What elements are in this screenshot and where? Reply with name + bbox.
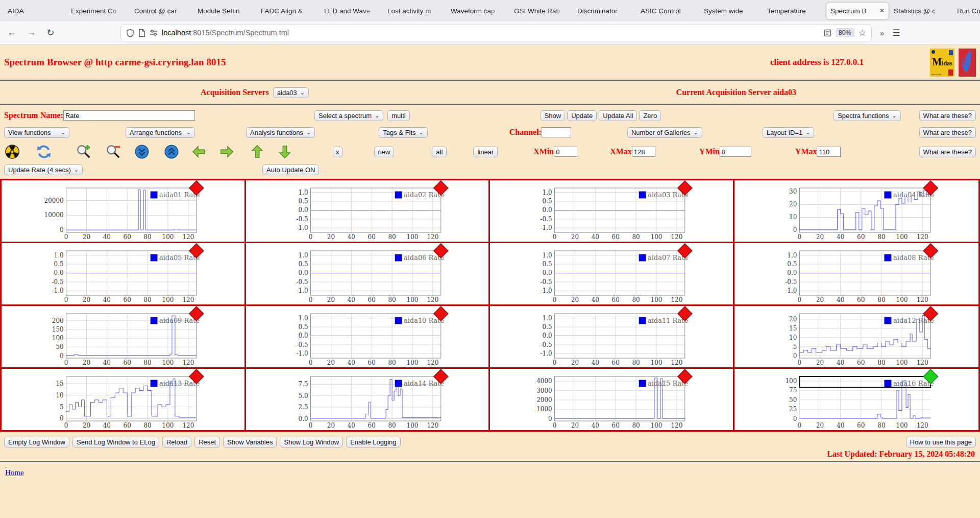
arrow-right-icon[interactable] [218, 144, 235, 160]
permissions-icon[interactable] [150, 29, 158, 36]
empty-log-window-button[interactable]: Empty Log Window [4, 437, 69, 448]
zero-button[interactable]: Zero [639, 110, 661, 121]
number-of-galleries-dropdown[interactable]: Number of Galleries [627, 127, 702, 138]
scroll-down-icon[interactable] [134, 144, 150, 160]
browser-tab-lost-activity-m[interactable]: Lost activity m [383, 3, 446, 19]
browser-tab-control-car[interactable]: Control @ car [130, 3, 192, 19]
bookmark-star-icon[interactable]: ☆ [859, 28, 866, 38]
svg-text:60: 60 [368, 422, 375, 429]
browser-tab-system-wide[interactable]: System wide [700, 3, 762, 19]
browser-tab-experiment-co[interactable]: Experiment Co [67, 3, 129, 19]
browser-tab-aida[interactable]: AIDA [4, 3, 66, 19]
menu-hamburger-icon[interactable]: ☰ [892, 28, 900, 38]
spectrum-name-input[interactable] [63, 110, 195, 121]
reload-button[interactable]: Reload [162, 437, 191, 448]
spectrum-cell-aida09[interactable]: 020406080100120050100150200aida09 Rate [2, 306, 246, 369]
browser-tab-spectrum-b[interactable]: Spectrum B✕ [826, 3, 889, 19]
back-button[interactable]: ← [6, 27, 17, 38]
update-all-button[interactable]: Update All [599, 110, 637, 121]
browser-tab-fadc-align[interactable]: FADC Align & [257, 3, 319, 19]
browser-tab-gsi-white-rab[interactable]: GSI White Rab [510, 3, 572, 19]
show-variables-button[interactable]: Show Variables [223, 437, 277, 448]
browser-tab-statistics-c[interactable]: Statistics @ c [890, 3, 952, 19]
log-buttons-row: Empty Log WindowSend Log Window to ELogR… [0, 437, 980, 448]
what-are-these-button[interactable]: What are these? [919, 147, 976, 157]
home-link[interactable]: Home [5, 468, 24, 477]
spectrum-cell-aida05[interactable]: 020406080100120-1.0-0.50.00.51.0aida05 R… [2, 243, 246, 306]
enable-logging-button[interactable]: Enable Logging [346, 437, 400, 448]
page-info-icon[interactable] [138, 29, 145, 37]
zoom-in-icon[interactable] [76, 144, 92, 160]
spectrum-cell-aida12[interactable]: 02040608010012005101520aida12 Rate [734, 306, 979, 369]
arrow-up-icon[interactable] [249, 144, 265, 160]
overflow-chevron-icon[interactable]: » [880, 29, 884, 37]
ymax-label: YMax [795, 147, 817, 156]
xmax-input[interactable] [632, 147, 655, 157]
refresh-icon[interactable] [36, 144, 52, 160]
tab-close-icon[interactable]: ✕ [879, 7, 885, 14]
select-spectrum-dropdown[interactable]: Select a spectrum [314, 110, 383, 121]
browser-tab-led-and-wave[interactable]: LED and Wave [320, 3, 382, 19]
spectrum-cell-aida06[interactable]: 020406080100120-1.0-0.50.00.51.0aida06 R… [246, 243, 491, 306]
view-functions-dropdown[interactable]: View functions [4, 127, 69, 138]
all-button[interactable]: all [432, 147, 447, 157]
scroll-up-icon[interactable] [163, 144, 180, 160]
reset-button[interactable]: Reset [194, 437, 220, 448]
browser-tab-discriminator[interactable]: Discriminator [573, 3, 635, 19]
multi-button[interactable]: multi [387, 110, 409, 121]
spectrum-cell-aida14[interactable]: 0204060801001200.02.55.07.5aida14 Rate [246, 369, 491, 430]
spectrum-cell-aida11[interactable]: 020406080100120-1.0-0.50.00.51.0aida11 R… [490, 306, 734, 369]
zoom-out-icon[interactable] [105, 144, 121, 160]
spectrum-cell-aida03[interactable]: 020406080100120-1.0-0.50.00.51.0aida03 R… [490, 180, 734, 243]
browser-tab-temperature[interactable]: Temperature [763, 3, 825, 19]
svg-text:100: 100 [406, 359, 418, 366]
shield-icon[interactable] [126, 29, 134, 37]
reader-view-icon[interactable] [824, 29, 831, 37]
midas-logo[interactable]: Midas powered by [930, 49, 954, 77]
spectrum-cell-aida16[interactable]: 0204060801001200255075100aida16 Rate [734, 369, 979, 430]
spectrum-cell-aida02[interactable]: 020406080100120-1.0-0.50.00.51.0aida02 R… [246, 180, 491, 243]
zoom-level-badge[interactable]: 80% [836, 28, 854, 37]
channel-input[interactable] [542, 127, 571, 137]
browser-tab-waveform-cap[interactable]: Waveform cap [447, 3, 509, 19]
refresh-button[interactable]: ↻ [45, 27, 56, 38]
analysis-functions-dropdown[interactable]: Analysis functions [246, 127, 315, 138]
layout-id-dropdown[interactable]: Layout ID=1 [763, 127, 815, 138]
forward-button[interactable]: → [26, 27, 37, 38]
new-button[interactable]: new [374, 147, 395, 157]
show-log-window-button[interactable]: Show Log Window [280, 437, 343, 448]
auto-update-button[interactable]: Auto Update ON [262, 164, 319, 175]
spectrum-cell-aida04[interactable]: 0204060801001200102030aida04 Rate [734, 180, 979, 243]
xmin-input[interactable] [554, 147, 577, 157]
spectrum-cell-aida10[interactable]: 020406080100120-1.0-0.50.00.51.0aida10 R… [246, 306, 491, 369]
ymax-input[interactable] [817, 147, 841, 157]
spectra-functions-dropdown[interactable]: Spectra functions [834, 110, 901, 121]
arrow-down-icon[interactable] [277, 144, 293, 160]
url-text[interactable]: localhost:8015/Spectrum/Spectrum.tml [162, 29, 820, 37]
spectrum-cell-aida08[interactable]: 020406080100120-1.0-0.50.00.51.0aida08 R… [734, 243, 979, 306]
spectrum-cell-aida13[interactable]: 020406080100120051015aida13 Rate [2, 369, 246, 430]
browser-tab-module-settin[interactable]: Module Settin [193, 3, 256, 19]
browser-tab-asic-control[interactable]: ASIC Control [636, 3, 699, 19]
arrange-functions-dropdown[interactable]: Arrange functions [126, 127, 195, 138]
radiation-icon[interactable] [4, 144, 20, 160]
spectrum-cell-aida15[interactable]: 02040608010012001000200030004000aida15 R… [490, 369, 734, 430]
browser-tab-run-control[interactable]: Run Control ( [953, 3, 980, 19]
arrow-left-icon[interactable] [191, 144, 207, 160]
tcl-logo[interactable]: TCL [959, 49, 976, 77]
update-button[interactable]: Update [567, 110, 597, 121]
linear-button[interactable]: linear [473, 147, 498, 157]
spectrum-cell-aida07[interactable]: 020406080100120-1.0-0.50.00.51.0aida07 R… [490, 243, 734, 306]
how-to-use-button[interactable]: How to use this page [906, 437, 976, 448]
ymin-input[interactable] [720, 147, 751, 157]
acquisition-server-select[interactable]: aida03 [273, 87, 309, 98]
show-button[interactable]: Show [541, 110, 566, 121]
send-log-window-to-elog-button[interactable]: Send Log Window to ELog [72, 437, 159, 448]
url-bar[interactable]: localhost:8015/Spectrum/Spectrum.tml 80%… [120, 25, 872, 41]
update-rate-dropdown[interactable]: Update Rate (4 secs) [4, 164, 83, 175]
what-are-these-button[interactable]: What are these? [919, 127, 976, 138]
tags-fits-dropdown[interactable]: Tags & Fits [379, 127, 428, 138]
what-are-these-button[interactable]: What are these? [919, 110, 976, 121]
x-axis-button[interactable]: x [333, 147, 342, 157]
spectrum-cell-aida01[interactable]: 02040608010012001000020000aida01 Rate [2, 180, 246, 243]
